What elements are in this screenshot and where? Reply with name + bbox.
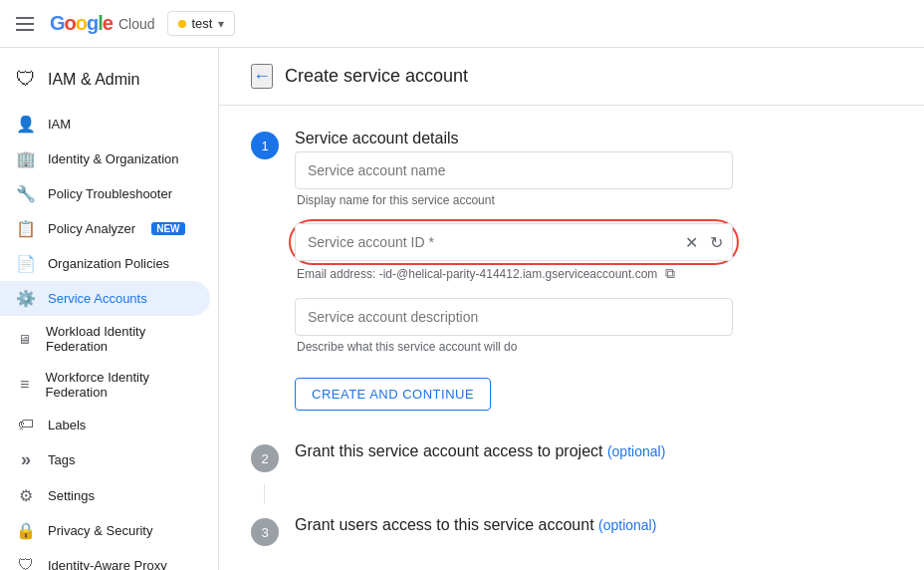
policy-troubleshooter-icon: 🔧: [16, 184, 36, 203]
step-divider: [264, 484, 265, 504]
step-3-title: Grant users access to this service accou…: [295, 516, 892, 534]
step-3-body: Grant users access to this service accou…: [295, 516, 892, 546]
step-1-number: 1: [251, 132, 279, 159]
service-account-name-input[interactable]: [295, 151, 733, 189]
stepper-content: 1 Service account details Display name f…: [219, 106, 924, 570]
project-name: test: [192, 16, 213, 31]
sidebar-item-label: Organization Policies: [48, 256, 169, 271]
sidebar-item-label: Privacy & Security: [48, 523, 152, 538]
tags-icon: »: [16, 449, 36, 470]
service-account-name-field: Display name for this service account: [295, 151, 733, 207]
step-3-number: 3: [251, 518, 279, 546]
sidebar-header: 🛡 IAM & Admin: [0, 56, 218, 107]
workforce-identity-icon: ≡: [16, 376, 34, 394]
project-selector[interactable]: test ▾: [167, 11, 236, 36]
step-3: 3 Grant users access to this service acc…: [251, 516, 892, 546]
sidebar-item-label: Identity-Aware Proxy: [48, 558, 167, 571]
new-badge: NEW: [151, 222, 184, 235]
service-account-description-field: Describe what this service account will …: [295, 298, 733, 354]
iam-admin-icon: 🛡: [16, 68, 36, 91]
service-accounts-icon: ⚙️: [16, 289, 36, 308]
service-account-id-field: ✕ ↻ Email address: -id-@helical-parity-4…: [295, 223, 733, 282]
sidebar-item-identity-aware-proxy[interactable]: 🛡 Identity-Aware Proxy: [0, 548, 210, 570]
service-account-description-input[interactable]: [295, 298, 733, 336]
identity-aware-proxy-icon: 🛡: [16, 556, 36, 570]
policy-analyzer-icon: 📋: [16, 219, 36, 238]
clear-id-button[interactable]: ✕: [683, 231, 700, 254]
sidebar-item-label: Workload Identity Federation: [46, 324, 194, 354]
sidebar: 🛡 IAM & Admin 👤 IAM 🏢 Identity & Organiz…: [0, 48, 219, 570]
google-cloud-logo: Google Cloud: [50, 12, 155, 35]
sidebar-item-label: Policy Troubleshooter: [48, 186, 172, 201]
service-account-id-wrapper: ✕ ↻: [295, 223, 733, 261]
step-3-optional: (optional): [598, 517, 656, 533]
sidebar-item-label: Identity & Organization: [48, 151, 179, 166]
identity-org-icon: 🏢: [16, 149, 36, 168]
copy-email-button[interactable]: ⧉: [665, 265, 675, 282]
privacy-security-icon: 🔒: [16, 521, 36, 540]
step-1-title: Service account details: [295, 130, 892, 147]
sidebar-item-identity-org[interactable]: 🏢 Identity & Organization: [0, 142, 210, 176]
labels-icon: 🏷: [16, 416, 36, 433]
email-row: Email address: -id-@helical-parity-41441…: [295, 265, 733, 282]
iam-icon: 👤: [16, 115, 36, 134]
step-1-body: Service account details Display name for…: [295, 130, 892, 411]
sidebar-item-privacy-security[interactable]: 🔒 Privacy & Security: [0, 513, 210, 548]
sidebar-item-label: Settings: [48, 488, 95, 503]
settings-icon: ⚙: [16, 486, 36, 505]
step-2: 2 Grant this service account access to p…: [251, 442, 892, 472]
input-action-buttons: ✕ ↻: [683, 231, 725, 254]
service-account-id-input-row: ✕ ↻: [295, 223, 733, 261]
sidebar-item-label: Tags: [48, 452, 75, 467]
page-title: Create service account: [285, 66, 468, 87]
main-content: ← Create service account 1 Service accou…: [219, 48, 924, 570]
sidebar-item-workforce-identity[interactable]: ≡ Workforce Identity Federation: [0, 362, 210, 408]
service-account-id-input[interactable]: [295, 223, 733, 261]
sidebar-item-label: Policy Analyzer: [48, 221, 135, 236]
project-dot: [178, 20, 186, 28]
sidebar-item-tags[interactable]: » Tags: [0, 441, 210, 478]
refresh-id-button[interactable]: ↻: [708, 231, 725, 254]
page-header: ← Create service account: [219, 48, 924, 106]
step-2-number: 2: [251, 444, 279, 472]
sidebar-item-label: Workforce Identity Federation: [46, 370, 194, 400]
sidebar-item-org-policies[interactable]: 📄 Organization Policies: [0, 246, 210, 281]
step-2-title: Grant this service account access to pro…: [295, 442, 892, 460]
service-account-description-hint: Describe what this service account will …: [295, 340, 733, 354]
sidebar-item-label: Labels: [48, 418, 86, 432]
topbar: Google Cloud test ▾: [0, 0, 924, 48]
service-account-name-hint: Display name for this service account: [295, 193, 733, 207]
step-2-optional: (optional): [607, 443, 665, 459]
cloud-label: Cloud: [118, 16, 155, 32]
form-section: Display name for this service account ✕: [295, 151, 733, 411]
sidebar-item-label: IAM: [48, 117, 71, 132]
org-policies-icon: 📄: [16, 254, 36, 273]
sidebar-item-workload-identity[interactable]: 🖥 Workload Identity Federation: [0, 316, 210, 362]
chevron-down-icon: ▾: [218, 17, 224, 31]
sidebar-item-iam[interactable]: 👤 IAM: [0, 107, 210, 142]
email-address-text: Email address: -id-@helical-parity-41441…: [297, 267, 657, 281]
hamburger-menu[interactable]: [12, 13, 38, 35]
sidebar-item-labels[interactable]: 🏷 Labels: [0, 408, 210, 441]
sidebar-item-label: Service Accounts: [48, 291, 147, 306]
sidebar-item-policy-analyzer[interactable]: 📋 Policy Analyzer NEW: [0, 211, 210, 246]
workload-identity-icon: 🖥: [16, 332, 34, 347]
create-and-continue-button[interactable]: CREATE AND CONTINUE: [295, 378, 491, 411]
sidebar-item-settings[interactable]: ⚙ Settings: [0, 478, 210, 513]
sidebar-item-policy-troubleshooter[interactable]: 🔧 Policy Troubleshooter: [0, 176, 210, 211]
sidebar-item-service-accounts[interactable]: ⚙️ Service Accounts: [0, 281, 210, 316]
step-2-body: Grant this service account access to pro…: [295, 442, 892, 472]
sidebar-title: IAM & Admin: [48, 71, 139, 89]
step-1: 1 Service account details Display name f…: [251, 130, 892, 411]
back-button[interactable]: ←: [251, 64, 273, 89]
